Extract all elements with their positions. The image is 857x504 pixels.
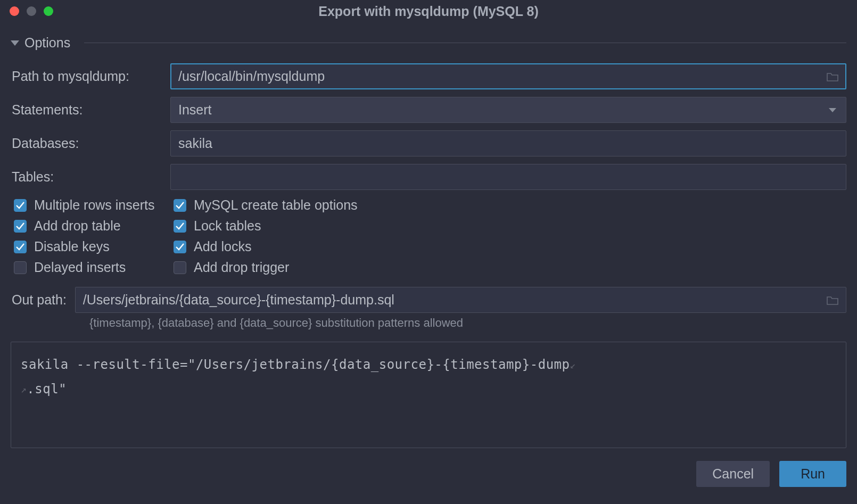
databases-input[interactable] (170, 130, 846, 156)
wrap-indicator-icon: ↗ (21, 384, 27, 395)
checkbox-lock-tables[interactable]: Lock tables (174, 218, 846, 234)
checkbox-icon (14, 261, 27, 274)
chevron-down-icon (11, 40, 19, 46)
outpath-label: Out path: (11, 292, 67, 308)
command-preview[interactable]: sakila --result-file="/Users/jetbrains/{… (11, 342, 846, 448)
wrap-indicator-icon: ↙ (570, 359, 576, 370)
checkbox-multiple-rows[interactable]: Multiple rows inserts (14, 197, 174, 213)
checkbox-create-table-options[interactable]: MySQL create table options (174, 197, 846, 213)
checkbox-label: Disable keys (34, 239, 110, 254)
checkbox-label: Multiple rows inserts (34, 197, 154, 213)
run-button[interactable]: Run (779, 461, 846, 487)
minimize-window-button[interactable] (27, 6, 36, 16)
browse-path-icon[interactable] (826, 71, 839, 82)
checkbox-icon (14, 220, 27, 233)
checkbox-label: Lock tables (194, 218, 261, 234)
statements-value: Insert (178, 102, 212, 118)
section-title: Options (24, 35, 70, 51)
chevron-down-icon (829, 108, 836, 112)
outpath-input[interactable] (75, 287, 846, 313)
titlebar: Export with mysqldump (MySQL 8) (0, 0, 857, 22)
window-controls (10, 6, 53, 16)
section-rule (84, 43, 846, 43)
command-line-1: sakila --result-file="/Users/jetbrains/{… (21, 357, 570, 372)
button-bar: Cancel Run (0, 448, 857, 498)
checkbox-add-drop-trigger[interactable]: Add drop trigger (174, 260, 846, 275)
checkbox-icon (174, 261, 186, 274)
databases-label: Databases: (11, 136, 170, 151)
statements-label: Statements: (11, 102, 170, 118)
checkbox-label: Add locks (194, 239, 251, 254)
checkbox-icon (174, 199, 186, 212)
checkbox-label: Add drop table (34, 218, 121, 234)
window-title: Export with mysqldump (MySQL 8) (9, 4, 848, 19)
tables-input[interactable] (170, 164, 846, 190)
close-window-button[interactable] (10, 6, 19, 16)
checkbox-add-drop-table[interactable]: Add drop table (14, 218, 174, 234)
path-input[interactable] (170, 63, 846, 89)
tables-label: Tables: (11, 169, 170, 185)
checkbox-icon (174, 220, 186, 233)
command-line-2: .sql" (27, 382, 67, 396)
checkbox-disable-keys[interactable]: Disable keys (14, 239, 174, 254)
checkbox-label: Add drop trigger (194, 260, 289, 275)
outpath-hint: {timestamp}, {database} and {data_source… (89, 316, 846, 330)
checkbox-label: Delayed inserts (34, 260, 126, 275)
maximize-window-button[interactable] (44, 6, 53, 16)
checkbox-icon (14, 241, 27, 253)
browse-outpath-icon[interactable] (826, 295, 839, 305)
cancel-button[interactable]: Cancel (696, 461, 770, 487)
statements-select[interactable]: Insert (170, 97, 846, 123)
options-section-header[interactable]: Options (11, 35, 846, 51)
checkbox-label: MySQL create table options (194, 197, 358, 213)
checkbox-add-locks[interactable]: Add locks (174, 239, 846, 254)
checkbox-icon (14, 199, 27, 212)
checkbox-icon (174, 241, 186, 253)
checkbox-delayed-inserts[interactable]: Delayed inserts (14, 260, 174, 275)
path-label: Path to mysqldump: (11, 69, 170, 84)
